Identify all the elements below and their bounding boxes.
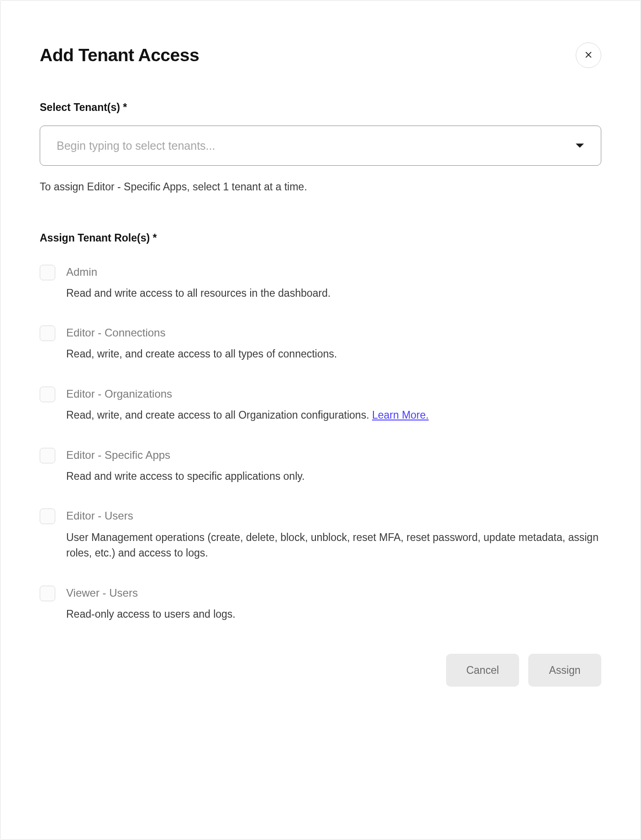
role-name: Editor - Connections — [66, 326, 601, 340]
modal-title: Add Tenant Access — [40, 43, 199, 68]
tenant-select-input[interactable] — [40, 126, 601, 166]
modal-header: Add Tenant Access — [40, 42, 601, 68]
role-name: Editor - Users — [66, 509, 601, 523]
cancel-button[interactable]: Cancel — [446, 654, 519, 687]
role-item: Editor - UsersUser Management operations… — [40, 509, 601, 561]
role-text: Editor - UsersUser Management operations… — [66, 509, 601, 561]
role-description: Read-only access to users and logs. — [66, 606, 601, 622]
tenant-helper-text: To assign Editor - Specific Apps, select… — [40, 179, 601, 194]
role-name: Editor - Specific Apps — [66, 448, 601, 462]
role-name: Admin — [66, 265, 601, 279]
role-text: Editor - OrganizationsRead, write, and c… — [66, 387, 601, 423]
role-item: AdminRead and write access to all resour… — [40, 265, 601, 301]
role-text: Viewer - UsersRead-only access to users … — [66, 586, 601, 622]
assign-roles-label: Assign Tenant Role(s) * — [40, 231, 601, 245]
role-item: Editor - ConnectionsRead, write, and cre… — [40, 326, 601, 362]
role-description-text: Read, write, and create access to all Or… — [66, 409, 369, 421]
role-description: Read, write, and create access to all ty… — [66, 346, 601, 362]
role-checkbox[interactable] — [40, 586, 55, 601]
role-description-text: Read, write, and create access to all ty… — [66, 348, 337, 360]
role-description-text: Read and write access to all resources i… — [66, 287, 331, 299]
role-description-text: Read-only access to users and logs. — [66, 608, 236, 620]
role-item: Editor - Specific AppsRead and write acc… — [40, 448, 601, 484]
role-item: Editor - OrganizationsRead, write, and c… — [40, 387, 601, 423]
role-name: Editor - Organizations — [66, 387, 601, 401]
role-description: User Management operations (create, dele… — [66, 530, 601, 561]
tenant-select[interactable] — [40, 126, 601, 166]
role-description-text: Read and write access to specific applic… — [66, 470, 305, 482]
roles-list: AdminRead and write access to all resour… — [40, 265, 601, 622]
select-tenant-label: Select Tenant(s) * — [40, 100, 601, 115]
role-description-text: User Management operations (create, dele… — [66, 531, 599, 559]
role-name: Viewer - Users — [66, 586, 601, 600]
role-checkbox[interactable] — [40, 509, 55, 524]
add-tenant-access-modal: Add Tenant Access Select Tenant(s) * To … — [0, 0, 641, 840]
role-checkbox[interactable] — [40, 265, 55, 280]
learn-more-link[interactable]: Learn More. — [372, 409, 429, 421]
role-checkbox[interactable] — [40, 448, 55, 463]
role-text: Editor - Specific AppsRead and write acc… — [66, 448, 601, 484]
role-checkbox[interactable] — [40, 387, 55, 402]
close-button[interactable] — [576, 42, 601, 68]
close-icon — [584, 50, 593, 61]
role-text: Editor - ConnectionsRead, write, and cre… — [66, 326, 601, 362]
role-description: Read, write, and create access to all Or… — [66, 407, 601, 423]
role-text: AdminRead and write access to all resour… — [66, 265, 601, 301]
modal-footer: Cancel Assign — [40, 654, 601, 687]
role-checkbox[interactable] — [40, 326, 55, 341]
assign-button[interactable]: Assign — [528, 654, 601, 687]
role-description: Read and write access to all resources i… — [66, 285, 601, 301]
role-description: Read and write access to specific applic… — [66, 468, 601, 484]
role-item: Viewer - UsersRead-only access to users … — [40, 586, 601, 622]
